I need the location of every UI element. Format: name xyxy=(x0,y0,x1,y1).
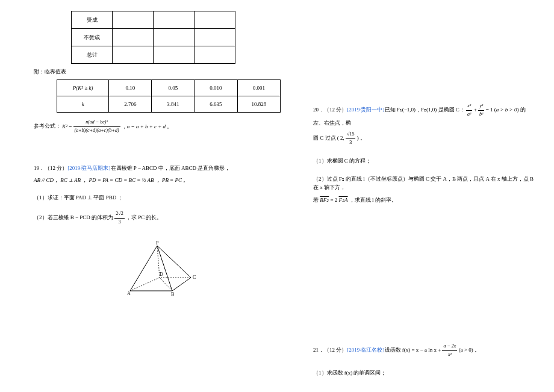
table-row: 总计 xyxy=(72,46,235,64)
cell xyxy=(113,11,154,29)
vector-f2a: F₂A xyxy=(339,197,348,203)
right-column: 20．（12 分）[2019·贵阳一中]已知 F₁(−1,0)，F₂(1,0) … xyxy=(313,102,536,377)
cell: 0.05 xyxy=(152,80,195,96)
formula-body: K² = n(ad − bc)²(a+b)(c+d)(a+c)(b+d) ，n … xyxy=(62,123,172,129)
q21-stem: 21．（12 分）[2019·临江名校]设函数 f(x) = x − a ln … xyxy=(313,343,536,359)
table-row: P(K² ≥ k) 0.10 0.05 0.010 0.001 xyxy=(57,80,281,96)
cell: 0.010 xyxy=(195,80,237,96)
question-20: 20．（12 分）[2019·贵阳一中]已知 F₁(−1,0)，F₂(1,0) … xyxy=(313,102,536,204)
cell: 6.635 xyxy=(195,96,237,113)
svg-line-1 xyxy=(172,278,191,291)
header-pk: P(K² ≥ k) xyxy=(57,80,109,96)
row-label: 不赞成 xyxy=(72,29,113,46)
svg-line-3 xyxy=(130,278,160,291)
q20-part2-line1: （2）过点 F₂ 的直线 l（不过坐标原点）与椭圆 C 交于 A，B 两点，且点… xyxy=(313,175,536,192)
q19-part1: （1）求证：平面 PAD ⊥ 平面 PBD ； xyxy=(34,193,281,202)
fig-label-d: D xyxy=(160,272,163,277)
pyramid-figure: P A B C D xyxy=(34,240,281,299)
left-column: 赞成 不赞成 总计 附：临界值表 P(K² ≥ k) 0.10 0.05 0.0… xyxy=(34,11,281,299)
q19-stem-line2: AB // CD， BC ⊥ AB ， PD = PA = CD = BC = … xyxy=(34,176,281,184)
q21-stem-b: (a > 0) 。 xyxy=(459,347,480,353)
table-row: k 2.706 3.841 6.635 10.828 xyxy=(57,96,281,113)
fig-label-a: A xyxy=(127,291,131,296)
q20-stem-line2: 圆 C 过点 ( 2, √153 ) 。 xyxy=(313,131,536,147)
q19-stem-line1: 19．（12 分）[2019·驻马店期末]在四棱锥 P − ABCD 中，底面 … xyxy=(34,164,281,172)
cell xyxy=(195,29,235,46)
q20-source: [2019·贵阳一中] xyxy=(347,107,384,113)
cell: 10.828 xyxy=(237,96,281,113)
cell xyxy=(195,11,235,29)
cell: 0.001 xyxy=(237,80,281,96)
critical-table-caption: 附：临界值表 xyxy=(34,67,281,76)
cell: 0.10 xyxy=(109,80,152,96)
cell: 3.841 xyxy=(152,96,195,113)
volume-fraction: 2√23 xyxy=(114,210,124,226)
table-row: 赞成 xyxy=(72,11,235,29)
question-19: 19．（12 分）[2019·驻马店期末]在四棱锥 P − ABCD 中，底面 … xyxy=(34,164,281,299)
q20-prefix: 20．（12 分） xyxy=(313,107,347,113)
q21-source: [2019·临江名校] xyxy=(347,347,384,353)
cell xyxy=(154,11,195,29)
q21-stem-a: 设函数 f(x) = x − a ln x + xyxy=(385,347,443,353)
fn-fraction: a − 2xx² xyxy=(442,343,457,359)
question-21: 21．（12 分）[2019·临江名校]设函数 f(x) = x − a ln … xyxy=(313,343,536,377)
q21-part1: （1）求函数 f(x) 的单调区间； xyxy=(313,369,536,377)
critical-value-table: P(K² ≥ k) 0.10 0.05 0.010 0.001 k 2.706 … xyxy=(57,79,281,113)
vector-bf2: BF₂ xyxy=(320,197,329,203)
row-label: 总计 xyxy=(72,46,113,64)
cell xyxy=(154,29,195,46)
cell: 2.706 xyxy=(109,96,152,113)
cell xyxy=(113,46,154,64)
q19-source: [2019·驻马店期末] xyxy=(67,165,110,171)
q19-part2: （2）若三棱锥 B − PCD 的体积为 2√23 ，求 PC 的长。 xyxy=(34,210,281,226)
reference-formula: 参考公式： K² = n(ad − bc)²(a+b)(c+d)(a+c)(b+… xyxy=(34,119,281,135)
q21-prefix: 21．（12 分） xyxy=(313,347,347,353)
fig-label-p: P xyxy=(156,240,159,246)
svg-line-4 xyxy=(130,246,157,291)
q20-stem-a: 已知 F₁(−1,0)，F₂(1,0) 是椭圆 C： xyxy=(385,107,465,113)
fig-label-b: B xyxy=(171,291,174,297)
q20-stem-line1: 20．（12 分）[2019·贵阳一中]已知 F₁(−1,0)，F₂(1,0) … xyxy=(313,102,536,127)
opinion-table: 赞成 不赞成 总计 xyxy=(71,11,235,64)
q19-stem1: 在四棱锥 P − ABCD 中，底面 ABCD 是直角梯形， xyxy=(111,165,231,171)
cell xyxy=(113,29,154,46)
point-bracket: ( 2, √153 ) xyxy=(337,135,359,141)
table-row: 不赞成 xyxy=(72,29,235,46)
ellipse-frac-x: x²a² xyxy=(466,102,472,119)
q20-part1: （1）求椭圆 C 的方程； xyxy=(313,157,536,165)
cell xyxy=(195,46,235,64)
q20-part2-line2: 若 BF₂ = 2 F₂A ，求直线 l 的斜率。 xyxy=(313,196,536,204)
ellipse-frac-y: y²b² xyxy=(478,102,484,119)
q19-prefix: 19．（12 分） xyxy=(34,165,67,171)
header-k: k xyxy=(57,96,109,113)
formula-label: 参考公式： xyxy=(34,123,61,129)
row-label: 赞成 xyxy=(72,11,113,29)
cell xyxy=(154,46,195,64)
fig-label-c: C xyxy=(193,275,196,280)
